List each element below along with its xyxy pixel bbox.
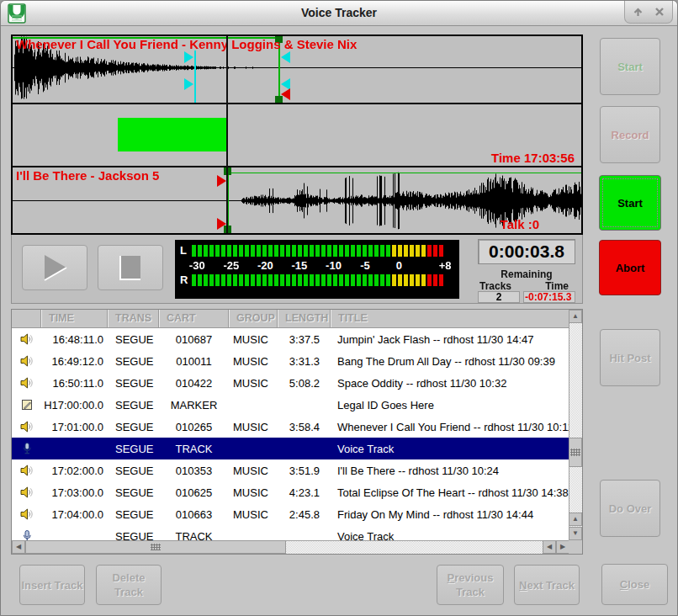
hit-post-button[interactable]: Hit Post (600, 329, 660, 386)
table-row[interactable]: SEGUETRACKVoice Track (12, 438, 570, 459)
stop-button[interactable] (98, 245, 163, 290)
hscroll-thumb[interactable] (25, 540, 286, 554)
elapsed-time-display: 0:00:03.8 (478, 239, 575, 264)
column-header-cart[interactable]: CART (159, 310, 229, 327)
close-icon[interactable] (651, 4, 668, 19)
cell-trans: SEGUE (108, 377, 159, 390)
cell-cart: 010353 (159, 465, 229, 477)
vertical-scrollbar[interactable]: ▲ ▲ ▼ (569, 310, 582, 542)
scroll-up-button-2[interactable]: ▲ (569, 512, 582, 526)
column-header-group[interactable]: GROUP (229, 310, 278, 327)
track2-voicetrack-lane[interactable]: Time 17:03:56 (13, 104, 581, 166)
meter-scale-label: -25 (223, 259, 239, 272)
track3-start-handle[interactable] (217, 218, 226, 230)
column-header-icon[interactable] (12, 310, 41, 327)
track1-waveform[interactable]: Whenever I Call You Friend - Kenny Loggi… (13, 36, 581, 103)
cell-title: Voice Track (331, 443, 570, 455)
cell-title: I'll Be There -- rdhost 11/30 10:24 (331, 465, 570, 477)
table-row[interactable]: 17:02:00.0SEGUE010353MUSIC3:51.9I'll Be … (12, 459, 570, 481)
audio-icon (12, 464, 41, 477)
cell-trans: SEGUE (108, 443, 159, 455)
play-button[interactable] (22, 245, 87, 290)
cell-trans: SEGUE (108, 465, 159, 477)
fadedown-marker-line[interactable] (194, 50, 196, 103)
table-row[interactable]: 17:04:00.0SEGUE010663MUSIC2:45.8Friday O… (12, 503, 570, 525)
fadedown-marker-handle[interactable] (184, 51, 193, 63)
voice-tracker-window: Voice Tracker Whenever I Call You Frien (0, 0, 678, 616)
scrollbar-corner (569, 540, 582, 554)
cell-time: 17:04:00.0 (41, 508, 108, 521)
meter-scale-label: -20 (257, 259, 273, 272)
meter-scale-label: -15 (292, 259, 308, 272)
abort-button[interactable]: Abort (599, 240, 661, 295)
log-table: TIMETRANSCARTGROUPLENGTHTITLE 16:48:11.0… (11, 309, 583, 555)
voice-track-region[interactable] (118, 118, 226, 151)
cell-group: MUSIC (229, 508, 278, 521)
horizontal-scrollbar[interactable]: ◀ ◀ ▶ (12, 540, 570, 554)
cell-group: MUSIC (229, 333, 278, 346)
cell-trans: SEGUE (108, 333, 159, 346)
previous-track-button[interactable]: Previous Track (437, 565, 504, 605)
cell-group: MUSIC (229, 355, 278, 368)
audio-icon (12, 486, 41, 499)
table-row[interactable]: 17:01:00.0SEGUE010265MUSIC3:58.4Whenever… (12, 416, 570, 438)
table-row[interactable]: 16:48:11.0SEGUE010687MUSIC3:37.5Jumpin' … (12, 328, 570, 350)
log-table-header: TIMETRANSCARTGROUPLENGTHTITLE (12, 310, 570, 328)
close-button[interactable]: Close (601, 564, 668, 605)
meter-right-label: R (180, 274, 192, 286)
cell-title: Total Eclipse Of The Heart -- rdhost 11/… (331, 486, 570, 499)
record-button[interactable]: Record (600, 106, 660, 163)
track1-title: Whenever I Call You Friend - Kenny Loggi… (16, 37, 357, 51)
scroll-left-button[interactable]: ◀ (12, 540, 25, 554)
cell-group: MUSIC (229, 421, 278, 433)
table-row[interactable]: 16:50:11.0SEGUE010422MUSIC5:08.2Space Od… (12, 372, 570, 394)
shade-icon[interactable] (629, 4, 646, 19)
delete-track-button[interactable]: Delete Track (96, 565, 162, 605)
column-header-title[interactable]: TITLE (331, 310, 570, 327)
cell-length: 4:23.1 (278, 486, 331, 499)
cell-trans: SEGUE (108, 421, 159, 433)
do-over-button[interactable]: Do Over (600, 480, 660, 537)
scroll-down-button[interactable]: ▼ (569, 527, 582, 540)
edit-cursor[interactable] (226, 36, 228, 233)
scroll-up-button[interactable]: ▲ (569, 310, 582, 323)
cell-length: 3:51.9 (278, 465, 331, 477)
cell-trans: SEGUE (108, 508, 159, 521)
time-label: Time 17:03:56 (491, 151, 575, 165)
titlebar[interactable]: Voice Tracker (1, 1, 677, 26)
cell-cart: MARKER (159, 399, 229, 412)
vscroll-thumb[interactable] (569, 438, 582, 467)
start-track1-button[interactable]: Start (600, 38, 660, 95)
play-icon (38, 252, 72, 283)
remaining-label: Remaining (478, 268, 575, 280)
insert-track-button[interactable]: Insert Track (19, 565, 85, 605)
track3-centerline (13, 200, 581, 201)
scroll-right-button[interactable]: ▶ (556, 540, 569, 554)
meter-scale-label: -30 (189, 259, 205, 272)
marker-icon (12, 398, 41, 412)
next-track-button[interactable]: Next Track (514, 565, 580, 605)
cell-time: 17:01:00.0 (41, 421, 108, 433)
audio-icon (12, 420, 41, 433)
cell-group: MUSIC (229, 377, 278, 390)
table-row[interactable]: H17:00:00.0SEGUEMARKERLegal ID Goes Here (12, 394, 570, 416)
column-header-length[interactable]: LENGTH (278, 310, 331, 327)
meter-right-segments (192, 274, 443, 286)
column-header-trans[interactable]: TRANS (108, 310, 159, 327)
track3-start-handle[interactable] (217, 175, 226, 187)
fadeup-marker-handle[interactable] (281, 51, 290, 63)
column-header-time[interactable]: TIME (41, 310, 108, 327)
fadedown-marker-handle[interactable] (184, 78, 193, 90)
scroll-left-button-2[interactable]: ◀ (543, 540, 556, 554)
cell-trans: SEGUE (108, 355, 159, 368)
start-track2-button[interactable]: Start (599, 175, 661, 231)
end-marker-handle[interactable] (281, 88, 290, 100)
track3-title: I'll Be There - Jackson 5 (16, 168, 159, 183)
track3-waveform[interactable]: I'll Be There - Jackson 5 Talk :0 (13, 167, 581, 233)
cell-group: MUSIC (229, 486, 278, 499)
meter-left-label: L (180, 245, 192, 257)
table-row[interactable]: 17:03:00.0SEGUE010625MUSIC4:23.1Total Ec… (12, 481, 570, 503)
microphone-icon (12, 442, 41, 455)
table-row[interactable]: SEGUETRACKVoice Track (12, 525, 570, 542)
table-row[interactable]: 16:49:12.0SEGUE010011MUSIC3:31.3Bang The… (12, 350, 570, 372)
